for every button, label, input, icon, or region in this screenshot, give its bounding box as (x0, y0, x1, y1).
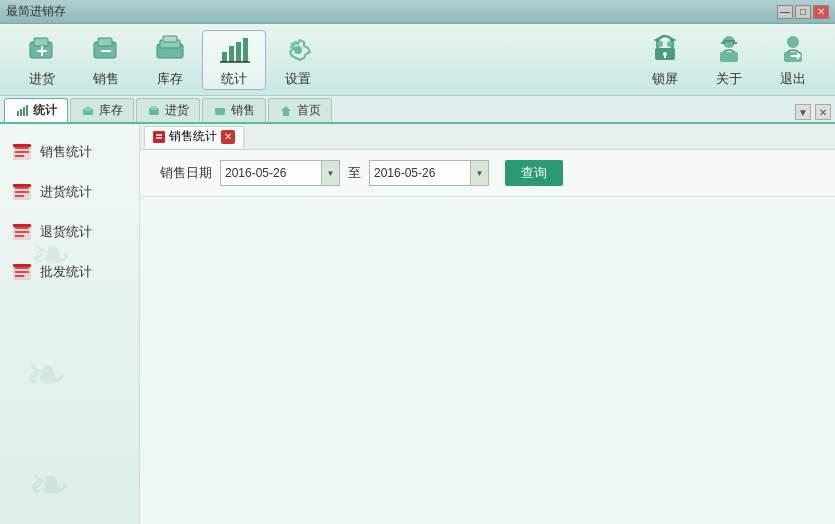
return-stats-icon (12, 222, 32, 242)
toolbar-incoming[interactable]: 进货 (10, 30, 74, 90)
content-tab-bar: 销售统计 ✕ (140, 124, 835, 150)
from-date-value: 2016-05-26 (221, 166, 321, 180)
svg-rect-11 (229, 46, 234, 62)
content-tab-label: 销售统计 (169, 128, 217, 145)
content-tab-close-button[interactable]: ✕ (221, 130, 235, 144)
svg-point-18 (657, 41, 663, 47)
query-separator: 至 (348, 164, 361, 182)
stats-icon (216, 32, 252, 68)
tab-scroll-left[interactable]: ▼ (795, 104, 811, 120)
settings-label: 设置 (285, 70, 311, 88)
incoming-icon (24, 32, 60, 68)
svg-rect-59 (13, 224, 31, 227)
tab-home-label: 首页 (297, 102, 321, 119)
query-date-label: 销售日期 (160, 164, 212, 182)
exit-icon (775, 32, 811, 68)
sales-label: 销售 (93, 70, 119, 88)
tab-close-all[interactable]: ✕ (815, 104, 831, 120)
about-icon (711, 32, 747, 68)
svg-rect-42 (151, 106, 157, 110)
stats-label: 统计 (221, 70, 247, 88)
tab-home[interactable]: 首页 (268, 98, 332, 122)
app-title: 最简进销存 (6, 3, 777, 20)
results-area (140, 197, 835, 524)
tab-sales[interactable]: 销售 (202, 98, 266, 122)
svg-rect-54 (13, 184, 31, 187)
window-controls: — □ ✕ (777, 5, 829, 19)
svg-rect-9 (163, 36, 177, 42)
sidebar-incoming-stats-label: 进货统计 (40, 183, 92, 201)
svg-point-15 (294, 46, 302, 54)
tab-bar: 统计 库存 进货 销售 (0, 96, 835, 124)
svg-rect-49 (13, 144, 31, 147)
toolbar-settings[interactable]: 设置 (266, 30, 330, 90)
content-tab-icon (153, 131, 165, 143)
toolbar-stats[interactable]: 统计 (202, 30, 266, 90)
watermark-2: ❧ (25, 346, 67, 404)
settings-icon (280, 32, 316, 68)
about-label: 关于 (716, 70, 742, 88)
tab-inventory-icon (81, 104, 95, 118)
incoming-stats-icon (12, 182, 32, 202)
svg-rect-22 (664, 54, 666, 58)
tab-stats-label: 统计 (33, 102, 57, 119)
from-date-dropdown[interactable]: ▼ (321, 161, 339, 185)
lock-label: 锁屏 (652, 70, 678, 88)
svg-rect-37 (23, 107, 25, 116)
tab-bar-controls: ▼ ✕ (795, 104, 831, 122)
content-area: 销售统计 ✕ 销售日期 2016-05-26 ▼ 至 2016-05-26 ▼ … (140, 124, 835, 524)
main-area: 销售统计 进货统计 (0, 124, 835, 524)
title-bar: 最简进销存 — □ ✕ (0, 0, 835, 24)
batch-stats-icon (12, 262, 32, 282)
toolbar-inventory[interactable]: 库存 (138, 30, 202, 90)
sidebar-item-incoming-stats[interactable]: 进货统计 (0, 172, 139, 212)
lock-icon (647, 32, 683, 68)
exit-label: 退出 (780, 70, 806, 88)
svg-rect-40 (85, 107, 91, 111)
toolbar-sales[interactable]: 销售 (74, 30, 138, 90)
svg-rect-35 (17, 111, 19, 116)
to-date-value: 2016-05-26 (370, 166, 470, 180)
svg-point-19 (667, 41, 673, 47)
svg-marker-44 (281, 106, 291, 116)
tab-inventory[interactable]: 库存 (70, 98, 134, 122)
sales-icon (88, 32, 124, 68)
svg-rect-5 (98, 38, 112, 46)
tab-stats-icon (15, 104, 29, 118)
from-date-wrapper: 2016-05-26 ▼ (220, 160, 340, 186)
toolbar-lock[interactable]: 锁屏 (633, 30, 697, 90)
close-button[interactable]: ✕ (813, 5, 829, 19)
tab-incoming-label: 进货 (165, 102, 189, 119)
inventory-icon (152, 32, 188, 68)
svg-rect-13 (243, 38, 248, 62)
svg-rect-31 (720, 52, 738, 62)
svg-rect-12 (236, 42, 241, 62)
maximize-button[interactable]: □ (795, 5, 811, 19)
svg-rect-43 (215, 108, 225, 115)
query-button[interactable]: 查询 (505, 160, 563, 186)
tab-inventory-label: 库存 (99, 102, 123, 119)
tab-sales-icon (213, 104, 227, 118)
tab-home-icon (279, 104, 293, 118)
tab-incoming[interactable]: 进货 (136, 98, 200, 122)
svg-point-32 (787, 36, 799, 48)
svg-rect-29 (721, 42, 725, 44)
watermark-3: ❧ (28, 456, 70, 514)
sidebar-item-sales-stats[interactable]: 销售统计 (0, 132, 139, 172)
svg-rect-64 (13, 264, 31, 267)
tab-sales-label: 销售 (231, 102, 255, 119)
svg-rect-36 (20, 109, 22, 116)
to-date-dropdown[interactable]: ▼ (470, 161, 488, 185)
tab-incoming-icon (147, 104, 161, 118)
to-date-wrapper: 2016-05-26 ▼ (369, 160, 489, 186)
toolbar-exit[interactable]: 退出 (761, 30, 825, 90)
toolbar: 进货 销售 库存 (0, 24, 835, 96)
svg-rect-30 (733, 42, 737, 44)
svg-rect-65 (154, 132, 164, 142)
minimize-button[interactable]: — (777, 5, 793, 19)
watermark-1: ❧ (30, 226, 72, 284)
svg-rect-28 (723, 40, 735, 42)
content-tab-sales-stats[interactable]: 销售统计 ✕ (144, 126, 244, 148)
toolbar-about[interactable]: 关于 (697, 30, 761, 90)
tab-stats[interactable]: 统计 (4, 98, 68, 122)
